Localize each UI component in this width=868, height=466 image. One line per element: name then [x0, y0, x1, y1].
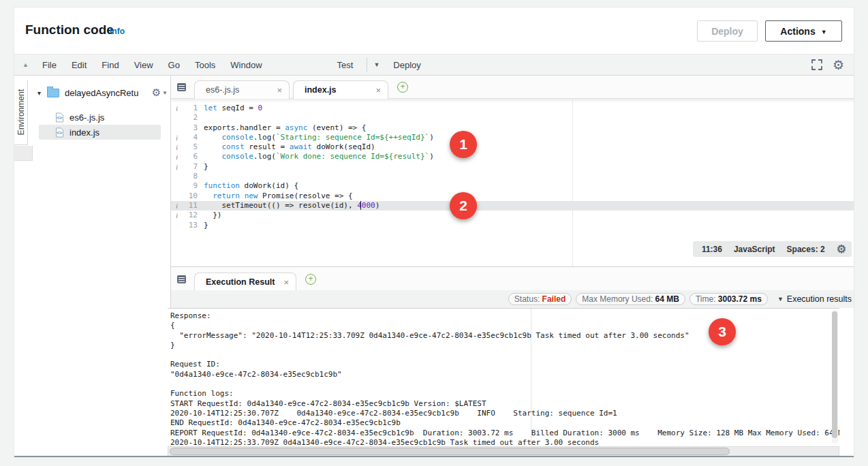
token: new — [245, 191, 258, 200]
code-text: } — [204, 162, 208, 172]
badge-value: 64 MB — [655, 294, 679, 304]
menu-item-edit[interactable]: Edit — [64, 60, 94, 70]
code-text: const result = await doWork(seqId) — [204, 142, 375, 152]
tab-close-icon[interactable]: × — [268, 85, 282, 95]
output-line: { — [170, 321, 839, 330]
output-line: 2020-10-14T12:25:30.707Z 0d4a1340-e9ce-4… — [170, 409, 839, 418]
collapse-panel-icon[interactable]: ▲ — [22, 61, 35, 68]
info-link[interactable]: Info — [110, 27, 125, 36]
js-file-icon: <> — [55, 112, 64, 123]
lambda-function-code-page: Function code Info Deploy Actions▼ ▲ Fil… — [0, 0, 868, 466]
horizontal-scrollbar[interactable] — [168, 446, 839, 456]
line-number: 8 — [183, 172, 198, 181]
editor-settings-gear-icon[interactable]: ⚙ — [833, 57, 844, 73]
badge-max-memory-used: Max Memory Used: 64 MB — [576, 293, 685, 305]
menubar-right-icons: ⚙ — [811, 57, 854, 73]
cursor-position: 11:36 — [702, 245, 722, 254]
code-line-13[interactable]: 13} — [171, 221, 854, 230]
page-title: Function code — [25, 22, 114, 37]
execution-results-toggle[interactable]: ▼ Execution results — [777, 294, 852, 304]
code-line-9[interactable]: 9function doWork(id) { — [171, 181, 854, 191]
output-line: "errorMessage": "2020-10-14T12:25:33.709… — [170, 331, 839, 341]
vertical-scrollbar-thumb[interactable] — [832, 311, 837, 438]
tree-file-index-js[interactable]: <>index.js — [39, 125, 161, 140]
menu-item-find[interactable]: Find — [94, 60, 126, 70]
menu-item-test[interactable]: Test — [330, 60, 361, 70]
menu-item-deploy[interactable]: Deploy — [393, 60, 420, 70]
code-line-6[interactable]: i6 console.log(`Work done: sequence Id=$… — [171, 152, 854, 161]
tab-close-icon[interactable]: × — [367, 85, 381, 95]
code-line-5[interactable]: i5 const result = await doWork(seqId) — [171, 142, 854, 152]
code-text: setTimeout(() => resolve(id), 4000) — [204, 201, 379, 211]
output-line: } — [170, 341, 839, 350]
editor-status-bar: 11:36 JavaScript Spaces: 2 ⚙ — [693, 241, 852, 257]
new-tab-button[interactable]: + — [305, 274, 316, 285]
menu-item-tools[interactable]: Tools — [187, 60, 223, 70]
vertical-scrollbar[interactable] — [832, 310, 838, 444]
chevron-down-icon: ▼ — [777, 296, 784, 302]
code-line-4[interactable]: i4 console.log(`Starting: sequence Id=${… — [171, 133, 854, 142]
deploy-button[interactable]: Deploy — [697, 20, 758, 42]
actions-button[interactable]: Actions▼ — [765, 20, 842, 42]
token: console — [222, 152, 253, 161]
js-file-icon: <> — [55, 127, 64, 138]
folder-disclosure-icon[interactable]: ▾ — [37, 89, 47, 97]
horizontal-scrollbar-thumb[interactable] — [170, 448, 730, 455]
execution-results-toggle-label: Execution results — [787, 294, 852, 304]
menu-test-group: Test ▼ Deploy — [330, 58, 421, 72]
line-number: 2 — [183, 113, 198, 123]
line-number: 7 — [183, 162, 198, 172]
line-number: 3 — [183, 123, 198, 133]
execution-result-tab[interactable]: Execution Result × — [194, 273, 296, 291]
status-badges: Status: FailedMax Memory Used: 64 MBTime… — [508, 293, 768, 305]
code-line-10[interactable]: 10 return new Promise(resolve => { — [171, 191, 854, 201]
code-line-2[interactable]: 2 — [171, 113, 854, 123]
output-line: "0d4a1340-e9ce-47c2-8034-e35ec9cb1c9b" — [170, 370, 839, 379]
code-pane[interactable]: i1let seqId = 023exports.handler = async… — [171, 99, 854, 266]
token: return — [213, 191, 240, 200]
chevron-down-icon: ▼ — [821, 29, 827, 35]
token: doWork(seqId) — [312, 142, 375, 151]
editor-tab-es6-js-js[interactable]: es6-.js.js× — [194, 80, 290, 99]
tab-list-icon[interactable] — [177, 275, 186, 283]
card-header: Function code Info Deploy Actions▼ — [14, 7, 854, 54]
code-text: function doWork(id) { — [204, 181, 298, 191]
folder-settings-control[interactable]: ⚙▼ — [152, 87, 168, 99]
tab-list-icon[interactable] — [177, 83, 186, 91]
code-line-8[interactable]: 8 — [171, 172, 854, 181]
code-line-11[interactable]: i11 setTimeout(() => resolve(id), 4000) — [171, 201, 854, 211]
menu-item-view[interactable]: View — [127, 60, 161, 70]
status-bar-gear-icon[interactable]: ⚙ — [837, 243, 846, 255]
execution-output-pane[interactable]: Response:{ "errorMessage": "2020-10-14T1… — [168, 308, 839, 446]
menu-item-go[interactable]: Go — [161, 60, 187, 70]
gutter-info-icon: i — [171, 142, 183, 152]
line-number: 6 — [183, 152, 198, 161]
output-line — [170, 350, 839, 360]
code-line-12[interactable]: i12 }) — [171, 211, 854, 220]
fullscreen-icon[interactable] — [811, 59, 822, 70]
editor-tabbar: es6-.js.js×index.js× + — [171, 76, 854, 99]
code-line-1[interactable]: i1let seqId = 0 — [171, 104, 854, 113]
gutter-info-icon: i — [171, 133, 183, 142]
editor-tab-index-js[interactable]: index.js× — [293, 80, 388, 99]
menu-item-file[interactable]: File — [35, 60, 64, 70]
token: ) — [429, 152, 434, 161]
menu-separator — [367, 58, 367, 72]
menu-item-window[interactable]: Window — [223, 60, 269, 70]
token: console — [222, 133, 253, 142]
tree-folder-row[interactable]: ▾ delayedAsyncReturn ⚙▼ — [37, 85, 168, 100]
file-name: es6-.js.js — [69, 112, 104, 123]
code-line-7[interactable]: i7} — [171, 162, 854, 172]
code-text: return new Promise(resolve => { — [204, 191, 353, 201]
badge-label: Max Memory Used: — [582, 294, 655, 304]
environment-tab[interactable]: Environment — [14, 80, 28, 145]
file-name: index.js — [69, 127, 99, 138]
token: function — [204, 181, 240, 190]
new-tab-button[interactable]: + — [397, 82, 408, 93]
test-dropdown-icon[interactable]: ▼ — [373, 61, 379, 68]
code-line-3[interactable]: 3exports.handler = async (event) => { — [171, 123, 854, 133]
gutter-info-icon: i — [171, 211, 183, 220]
tree-file-es6-js-js[interactable]: <>es6-.js.js — [39, 110, 161, 125]
tab-close-icon[interactable]: × — [275, 277, 289, 288]
indent-setting: Spaces: 2 — [787, 245, 825, 254]
